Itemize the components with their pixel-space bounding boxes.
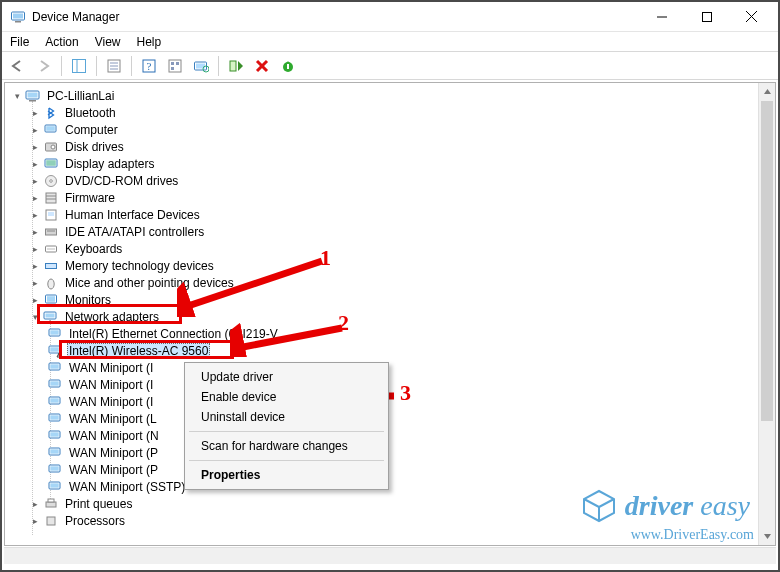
toolbar-uninstall-button[interactable] <box>250 54 274 78</box>
tree-item[interactable]: ▸Memory technology devices <box>9 257 758 274</box>
tree-root[interactable]: ▾ PC-LillianLai <box>9 87 758 104</box>
tree-view[interactable]: ▾ PC-LillianLai ▸Bluetooth ▸Computer ▸Di… <box>4 82 776 546</box>
menu-item-enable-device[interactable]: Enable device <box>187 387 386 407</box>
svg-rect-69 <box>50 466 58 470</box>
toolbar-options-button[interactable] <box>163 54 187 78</box>
svg-rect-2 <box>15 21 21 23</box>
expand-icon[interactable]: ▸ <box>29 294 41 306</box>
menu-view[interactable]: View <box>95 35 121 49</box>
title-bar: Device Manager <box>2 2 778 32</box>
menu-help[interactable]: Help <box>137 35 162 49</box>
scroll-up-button[interactable] <box>759 83 775 100</box>
menu-action[interactable]: Action <box>45 35 78 49</box>
tree-item[interactable]: ▸Display adapters <box>9 155 758 172</box>
network-icon <box>43 310 59 324</box>
tree-item[interactable]: ▸Firmware <box>9 189 758 206</box>
minimize-button[interactable] <box>639 3 684 31</box>
expand-icon[interactable]: ▸ <box>29 107 41 119</box>
svg-rect-16 <box>171 62 174 65</box>
tree-root-label: PC-LillianLai <box>45 89 116 103</box>
network-icon <box>47 463 63 477</box>
tree-item[interactable]: ▸Disk drives <box>9 138 758 155</box>
menu-bar: File Action View Help <box>2 32 778 52</box>
cpu-icon <box>43 514 59 528</box>
toolbar-enable-button[interactable] <box>224 54 248 78</box>
svg-rect-18 <box>171 67 174 70</box>
menu-item-scan-hardware[interactable]: Scan for hardware changes <box>187 436 386 456</box>
tree-item[interactable]: ▸Keyboards <box>9 240 758 257</box>
expand-icon[interactable]: ▸ <box>29 243 41 255</box>
network-icon <box>47 412 63 426</box>
expand-icon[interactable]: ▸ <box>29 209 41 221</box>
tree-item[interactable]: ▸IDE ATA/ATAPI controllers <box>9 223 758 240</box>
toolbar: ? <box>2 52 778 80</box>
tree-item[interactable]: ▸Human Interface Devices <box>9 206 758 223</box>
tree-item[interactable]: ▸DVD/CD-ROM drives <box>9 172 758 189</box>
toolbar-help-button[interactable]: ? <box>137 54 161 78</box>
svg-rect-59 <box>50 381 58 385</box>
tree-item[interactable]: ▸Computer <box>9 121 758 138</box>
menu-item-properties[interactable]: Properties <box>187 465 386 485</box>
svg-rect-71 <box>50 483 58 487</box>
network-icon <box>47 378 63 392</box>
expand-icon[interactable]: ▸ <box>29 192 41 204</box>
tree-item[interactable]: ▸Mice and other pointing devices <box>9 274 758 291</box>
expand-icon[interactable]: ▸ <box>29 226 41 238</box>
tree-item-network-adapters[interactable]: ▾ Network adapters <box>9 308 758 325</box>
vertical-scrollbar[interactable] <box>758 83 775 545</box>
brand-url: www.DriverEasy.com <box>631 528 754 542</box>
tree-item-label: Network adapters <box>63 310 161 324</box>
horizontal-scrollbar[interactable] <box>4 547 776 564</box>
window-title: Device Manager <box>32 10 119 24</box>
computer-icon <box>25 89 41 103</box>
menu-item-uninstall-device[interactable]: Uninstall device <box>187 407 386 427</box>
expand-icon[interactable]: ▸ <box>29 124 41 136</box>
network-icon <box>47 429 63 443</box>
svg-rect-46 <box>46 263 57 268</box>
svg-rect-73 <box>48 499 54 502</box>
close-button[interactable] <box>729 3 774 31</box>
tree-item[interactable]: ▸Bluetooth <box>9 104 758 121</box>
menu-separator <box>189 431 384 432</box>
tree-item-wireless-ac-9560[interactable]: Intel(R) Wireless-AC 9560 <box>9 342 758 359</box>
scroll-down-button[interactable] <box>759 528 775 545</box>
expand-icon[interactable]: ▸ <box>29 498 41 510</box>
toolbar-update-button[interactable] <box>276 54 300 78</box>
context-menu: Update driver Enable device Uninstall de… <box>184 362 389 490</box>
network-icon <box>47 446 63 460</box>
toolbar-forward-button[interactable] <box>32 54 56 78</box>
tree-item[interactable]: Intel(R) Ethernet Connection (6) I219-V <box>9 325 758 342</box>
tree-item[interactable]: ▸Monitors <box>9 291 758 308</box>
svg-rect-51 <box>46 313 55 317</box>
svg-rect-67 <box>50 449 58 453</box>
keyboard-icon <box>43 242 59 256</box>
svg-rect-72 <box>46 502 56 507</box>
menu-file[interactable]: File <box>10 35 29 49</box>
collapse-icon[interactable]: ▾ <box>29 311 41 323</box>
bluetooth-icon <box>43 106 59 120</box>
collapse-icon[interactable]: ▾ <box>11 90 23 102</box>
expand-icon[interactable]: ▸ <box>29 141 41 153</box>
toolbar-scan-button[interactable] <box>189 54 213 78</box>
expand-icon[interactable]: ▸ <box>29 277 41 289</box>
svg-rect-55 <box>50 347 58 351</box>
display-icon <box>43 157 59 171</box>
expand-icon[interactable]: ▸ <box>29 158 41 170</box>
svg-rect-17 <box>176 62 179 65</box>
firmware-icon <box>43 191 59 205</box>
toolbar-back-button[interactable] <box>6 54 30 78</box>
scrollbar-thumb[interactable] <box>761 101 773 421</box>
svg-rect-65 <box>50 432 58 436</box>
menu-item-update-driver[interactable]: Update driver <box>187 367 386 387</box>
hid-icon <box>43 208 59 222</box>
maximize-button[interactable] <box>684 3 729 31</box>
expand-icon[interactable]: ▸ <box>29 175 41 187</box>
svg-rect-4 <box>702 12 711 21</box>
toolbar-properties-button[interactable] <box>102 54 126 78</box>
toolbar-show-hide-button[interactable] <box>67 54 91 78</box>
expand-icon[interactable]: ▸ <box>29 515 41 527</box>
expand-icon[interactable]: ▸ <box>29 260 41 272</box>
app-icon <box>10 9 26 25</box>
brand-logo-icon <box>581 488 617 524</box>
disk-icon <box>43 140 59 154</box>
